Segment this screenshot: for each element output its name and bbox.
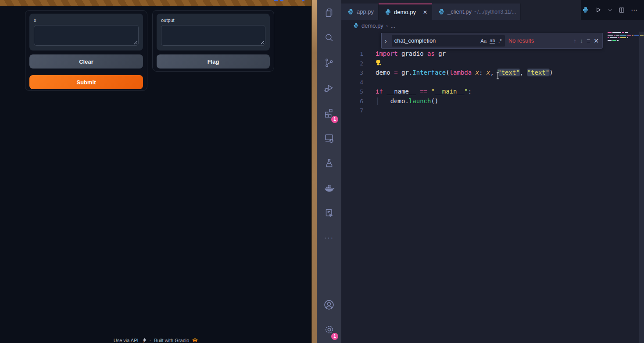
input-textarea[interactable]	[34, 25, 139, 46]
breadcrumb-symbol[interactable]: ...	[390, 22, 395, 29]
line-number: 6	[341, 97, 363, 106]
code-text: if __name__ == "__main__":	[363, 87, 472, 97]
line-number: 4	[341, 78, 363, 87]
find-close-icon[interactable]: ✕	[594, 37, 599, 44]
tab-description: ~/.../python3.11/...	[474, 9, 516, 15]
python-icon	[347, 8, 354, 15]
output-label: output	[161, 18, 175, 23]
output-column-panel: output Flag	[152, 10, 274, 72]
loading-progress-bar	[0, 0, 311, 6]
code-editor[interactable]: 1import gradio as gr23demo = gr.Interfac…	[341, 49, 631, 116]
line-number: 5	[341, 87, 363, 97]
line-number: 3	[341, 68, 363, 78]
gradio-footer: Use via API · Built with Gradio	[0, 338, 311, 343]
code-text	[363, 59, 382, 69]
explorer-icon[interactable]	[317, 0, 341, 25]
regex-toggle[interactable]: .*	[498, 38, 502, 43]
flag-button[interactable]: Flag	[157, 54, 270, 69]
input-column-panel: x Clear Submit	[25, 10, 147, 91]
whole-word-toggle[interactable]: ab	[490, 38, 495, 43]
loading-bar-end	[305, 0, 311, 6]
code-text: import gradio as gr	[363, 49, 446, 59]
python-icon	[385, 9, 391, 15]
settings-gear-icon[interactable]: 1	[317, 317, 341, 342]
extensions-badge: 1	[331, 116, 338, 123]
tab-label: demo.py	[394, 9, 416, 15]
resize-handle-icon[interactable]	[260, 40, 264, 44]
rocket-icon	[142, 338, 147, 343]
code-action-lightbulb-icon[interactable]	[376, 59, 382, 66]
container-tools-icon[interactable]	[317, 200, 341, 225]
vscode-window: 1 ··· 1 app.py	[317, 0, 644, 343]
testing-icon[interactable]	[317, 150, 341, 175]
run-file-button[interactable]	[594, 6, 602, 14]
input-block: x	[29, 14, 143, 51]
breadcrumb-chevron-icon: ›	[386, 22, 388, 29]
resize-handle-icon[interactable]	[133, 40, 137, 44]
tab-app-py[interactable]: app.py	[341, 4, 379, 20]
tab-label: _client.py	[447, 8, 472, 15]
code-text: demo = gr.Interface(lambda x: x, "text",…	[363, 68, 553, 78]
find-next-icon[interactable]: ↓	[580, 37, 583, 44]
account-icon[interactable]	[317, 292, 341, 317]
code-line[interactable]: 4	[341, 78, 631, 87]
use-via-api-link[interactable]: Use via API	[114, 338, 139, 343]
output-textarea[interactable]	[161, 25, 265, 46]
match-case-toggle[interactable]: Aa	[480, 38, 487, 43]
find-input[interactable]	[392, 37, 480, 44]
code-line[interactable]: 7	[341, 106, 631, 116]
submit-button[interactable]: Submit	[29, 75, 143, 89]
python-run-icon[interactable]	[582, 7, 589, 13]
more-views-icon[interactable]: ···	[317, 225, 341, 250]
toolbar-artifact	[302, 0, 304, 1]
code-line[interactable]: 6 demo.launch()	[341, 97, 631, 106]
output-block: output	[157, 14, 270, 51]
docker-icon[interactable]	[317, 175, 341, 200]
line-number: 2	[341, 59, 363, 69]
python-icon	[353, 23, 359, 29]
gradio-logo-icon	[192, 338, 198, 343]
find-results-status: No results	[508, 37, 534, 44]
code-text: demo.launch()	[363, 97, 438, 106]
clear-button[interactable]: Clear	[29, 54, 143, 69]
toolbar-artifact	[280, 0, 283, 1]
tab-label: app.py	[357, 8, 374, 15]
gradio-app-window: x Clear Submit output Flag Use via API ·…	[0, 0, 311, 343]
tab-close-icon[interactable]: ✕	[423, 9, 427, 15]
code-line[interactable]: 5if __name__ == "__main__":	[341, 87, 631, 97]
find-input-box: Aa ab .*	[392, 35, 505, 47]
breadcrumb[interactable]: demo.py › ...	[341, 20, 644, 32]
tab-demo-py[interactable]: demo.py ✕	[379, 4, 432, 20]
activity-bar: 1 ··· 1	[317, 0, 341, 343]
find-widget: › Aa ab .* No results ↑ ↓ ≡ ✕	[381, 33, 603, 49]
run-and-debug-icon[interactable]	[317, 75, 341, 100]
settings-badge: 1	[331, 333, 338, 340]
toolbar-artifact	[274, 0, 278, 1]
footer-separator: ·	[150, 338, 151, 343]
code-line[interactable]: 2	[341, 59, 631, 69]
code-line[interactable]: 1import gradio as gr	[341, 49, 631, 59]
input-label: x	[34, 18, 36, 23]
find-expand-chevron-icon[interactable]: ›	[383, 37, 388, 44]
breadcrumb-file[interactable]: demo.py	[361, 22, 383, 29]
line-number: 1	[341, 49, 363, 59]
more-actions-icon[interactable]: ⋯	[631, 6, 638, 14]
search-icon[interactable]	[317, 25, 341, 50]
vertical-scrollbar[interactable]	[639, 32, 644, 343]
python-icon	[438, 8, 445, 15]
minimap[interactable]	[608, 32, 632, 43]
desktop-wallpaper-strip	[311, 0, 317, 343]
code-line[interactable]: 3demo = gr.Interface(lambda x: x, "text"…	[341, 68, 631, 78]
built-with-gradio-link[interactable]: Built with Gradio	[154, 338, 189, 343]
remote-explorer-icon[interactable]	[317, 125, 341, 150]
tab-client-py[interactable]: _client.py ~/.../python3.11/...	[432, 4, 521, 20]
run-dropdown-chevron-icon[interactable]	[608, 7, 612, 12]
find-previous-icon[interactable]: ↑	[573, 37, 576, 44]
find-in-selection-icon[interactable]: ≡	[587, 37, 590, 44]
editor-actions-toolbar: ⋯	[581, 0, 644, 20]
line-number: 7	[341, 106, 363, 116]
source-control-icon[interactable]	[317, 50, 341, 75]
split-editor-icon[interactable]	[618, 7, 625, 14]
extensions-icon[interactable]: 1	[317, 100, 341, 125]
